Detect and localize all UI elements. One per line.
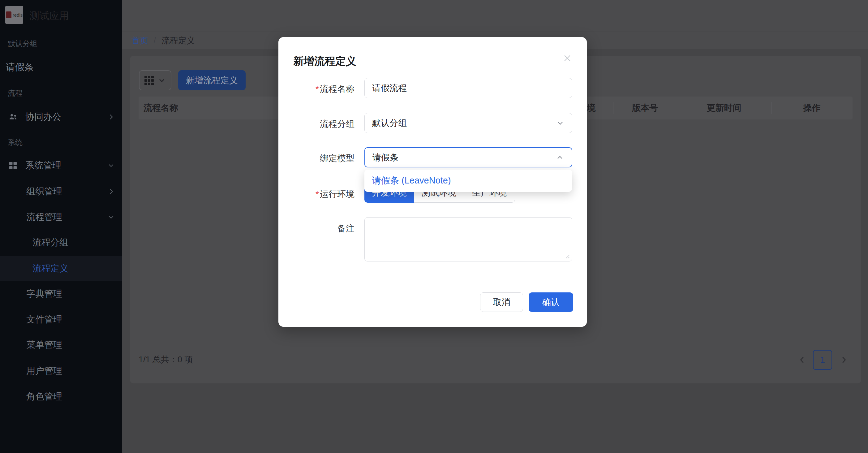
- sidebar-item-org-management[interactable]: 组织管理: [0, 182, 122, 201]
- sidebar-item-dictionary-management[interactable]: 字典管理: [0, 285, 122, 303]
- team-icon: [8, 112, 18, 122]
- sidebar-item-process-group[interactable]: 流程分组: [0, 233, 122, 252]
- add-process-definition-button[interactable]: 新增流程定义: [178, 70, 246, 90]
- sidebar-item-process-definition-selected[interactable]: 流程定义: [0, 256, 122, 281]
- sidebar-item-leave-note[interactable]: 请假条: [0, 58, 122, 77]
- grid-icon: [145, 76, 154, 85]
- close-icon[interactable]: [560, 51, 574, 65]
- sidebar-group-process: 流程: [8, 89, 23, 98]
- field-label-group: 流程分组: [291, 118, 354, 130]
- pagination-next-icon[interactable]: [838, 354, 849, 365]
- pagination-prev-icon[interactable]: [797, 354, 808, 365]
- app-logo: redis: [5, 6, 23, 24]
- chevron-down-icon: [556, 119, 564, 127]
- chevron-right-icon: [107, 187, 115, 195]
- sidebar-item-user-management[interactable]: 用户管理: [0, 362, 122, 380]
- required-mark: *: [315, 84, 319, 94]
- sidebar-item-process-management[interactable]: 流程管理: [0, 208, 122, 227]
- column-divider: [771, 102, 772, 114]
- chevron-down-icon: [157, 76, 166, 85]
- pagination-page-1-button[interactable]: 1: [813, 350, 832, 370]
- app-title: 测试应用: [29, 9, 69, 23]
- column-header-version: 版本号: [613, 96, 677, 119]
- sidebar-item-file-management[interactable]: 文件管理: [0, 310, 122, 329]
- dropdown-option-leave-note[interactable]: 请假条 (LeaveNote): [372, 175, 451, 187]
- pagination-summary: 1/1 总共：0 项: [138, 350, 193, 369]
- chevron-right-icon: [107, 113, 115, 121]
- column-divider: [677, 102, 677, 114]
- apps-icon: [8, 160, 18, 171]
- sidebar-item-role-management[interactable]: 角色管理: [0, 387, 122, 406]
- confirm-button[interactable]: 确认: [529, 293, 573, 312]
- breadcrumb-home-link[interactable]: 首页: [131, 35, 148, 46]
- redis-logo-icon: [6, 11, 11, 18]
- sidebar-group-system: 系统: [8, 138, 23, 147]
- redis-logo-text: redis: [13, 12, 23, 18]
- field-label-name: *流程名称: [291, 83, 354, 95]
- sidebar-group-default: 默认分组: [8, 39, 37, 48]
- app-window: admin 首页 / 流程定义 新增流程定义 流程名称 环境 版本号 更新时间 …: [0, 0, 868, 453]
- field-label-env: *运行环境: [291, 188, 354, 200]
- remark-textarea[interactable]: [364, 217, 572, 262]
- sidebar: redis 测试应用 默认分组 请假条 流程 协同办公 系统: [0, 0, 122, 453]
- column-settings-button[interactable]: [139, 70, 172, 90]
- process-name-input[interactable]: [364, 78, 572, 98]
- breadcrumb-separator: /: [154, 36, 156, 45]
- cancel-button[interactable]: 取消: [480, 293, 523, 312]
- column-header-updated: 更新时间: [677, 96, 771, 119]
- sidebar-item-collab-office[interactable]: 协同办公: [0, 108, 122, 126]
- column-header-actions: 操作: [771, 96, 852, 119]
- model-select-dropdown: 请假条 (LeaveNote): [364, 170, 572, 192]
- breadcrumb-current: 流程定义: [161, 35, 195, 46]
- column-header-name: 流程名称: [144, 96, 178, 119]
- field-label-model: 绑定模型: [291, 153, 354, 164]
- chevron-down-icon: [107, 213, 115, 221]
- sidebar-item-menu-management[interactable]: 菜单管理: [0, 336, 122, 354]
- sidebar-item-system-management[interactable]: 系统管理: [0, 156, 122, 175]
- chevron-up-icon: [556, 153, 564, 162]
- required-mark: *: [315, 189, 319, 199]
- field-label-remark: 备注: [291, 223, 354, 235]
- chevron-down-icon: [107, 161, 115, 170]
- top-header: admin: [122, 0, 868, 32]
- bind-model-select[interactable]: 请假条: [364, 147, 572, 168]
- process-group-select[interactable]: 默认分组: [364, 113, 572, 133]
- modal-title: 新增流程定义: [293, 54, 356, 68]
